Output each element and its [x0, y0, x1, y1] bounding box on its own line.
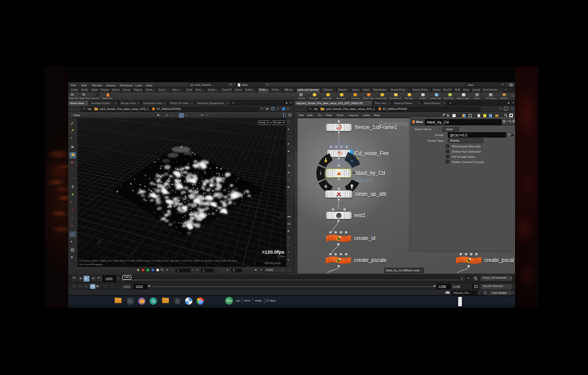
- svg-text:i: i: [320, 170, 321, 176]
- svg-text:●: ●: [351, 159, 353, 162]
